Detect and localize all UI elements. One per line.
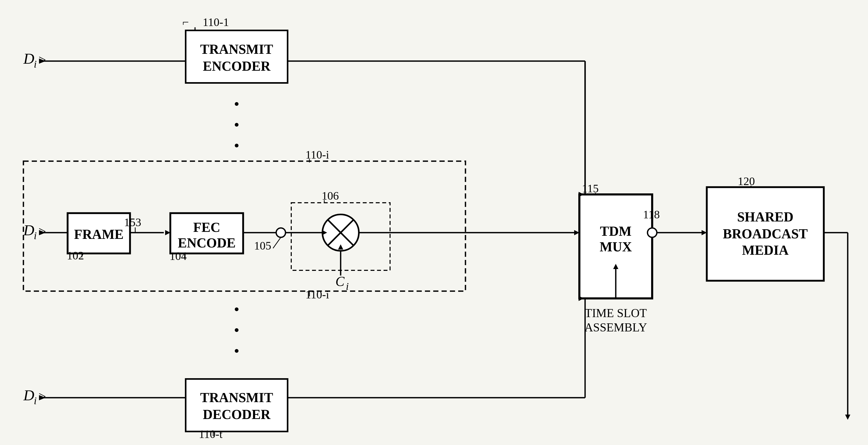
dots-top2: • bbox=[234, 116, 239, 133]
di-top-label: D bbox=[23, 50, 34, 67]
di-bot-arrow: > bbox=[38, 389, 46, 404]
ref-120: 120 bbox=[738, 175, 755, 188]
transmit-decoder-label: TRANSMIT bbox=[200, 390, 273, 405]
dots-top: • bbox=[234, 95, 239, 113]
di-mid-subscript: i bbox=[34, 230, 37, 242]
assembly-label: ASSEMBLY bbox=[585, 321, 647, 334]
time-slot-label: TIME SLOT bbox=[585, 307, 647, 320]
di-top-subscript: i bbox=[34, 58, 37, 70]
ref-104: 104 bbox=[169, 250, 187, 262]
ref-110-1-hook: ⌐ bbox=[183, 16, 189, 29]
fec-encode-label2: ENCODE bbox=[178, 235, 236, 250]
ci-subscript: i bbox=[346, 281, 349, 292]
dots-bot: • bbox=[234, 301, 239, 318]
di-mid-label: D bbox=[23, 222, 34, 239]
ref-110i-bot: 110-i bbox=[305, 288, 329, 301]
tdm-mux-label2: MUX bbox=[600, 240, 632, 254]
dots-top3: • bbox=[234, 137, 239, 154]
svg-rect-1 bbox=[186, 30, 288, 83]
transmit-encoder-top-label: TRANSMIT bbox=[200, 42, 273, 57]
ref-115: 115 bbox=[582, 182, 598, 195]
ref-153: 153 bbox=[124, 216, 141, 229]
di-bot-subscript: i bbox=[34, 395, 37, 407]
diagram-container: TRANSMIT ENCODER 110-1 ⌐ D i > • • • 110… bbox=[0, 0, 868, 445]
di-bot-label: D bbox=[23, 387, 34, 404]
shared-broadcast-label: SHARED bbox=[737, 210, 794, 224]
ref-102: 102 bbox=[67, 249, 84, 262]
tdm-mux-label: TDM bbox=[600, 224, 631, 239]
transmit-encoder-top-label2: ENCODER bbox=[203, 59, 271, 73]
svg-point-19 bbox=[276, 228, 285, 237]
svg-point-35 bbox=[648, 228, 657, 237]
ref-110i-top: 110-i bbox=[305, 149, 329, 161]
dots-bot2: • bbox=[234, 321, 239, 339]
di-top-arrow: > bbox=[38, 53, 46, 67]
fec-encode-label: FEC bbox=[193, 220, 220, 235]
broadcast-label: BROADCAST bbox=[723, 226, 808, 241]
transmit-decoder-label2: DECODER bbox=[203, 407, 271, 422]
ci-label: C bbox=[336, 274, 345, 289]
di-mid-arrow: > bbox=[38, 224, 46, 239]
media-label: MEDIA bbox=[742, 243, 789, 258]
ref-110t: 110-t bbox=[199, 428, 222, 441]
frame-label: FRAME bbox=[74, 227, 124, 242]
ref-118: 118 bbox=[643, 208, 660, 221]
ref-105: 105 bbox=[254, 240, 271, 252]
dots-bot3: • bbox=[234, 342, 239, 359]
svg-rect-48 bbox=[186, 379, 288, 432]
ref-110-1: 110-1 bbox=[203, 16, 229, 29]
